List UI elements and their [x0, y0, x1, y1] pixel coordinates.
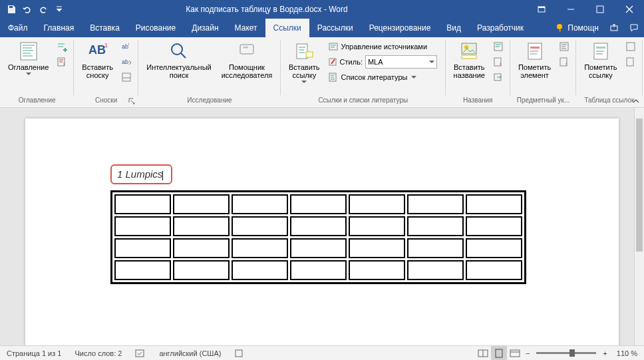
ribbon-tabs: Файл Главная Вставка Рисование Дизайн Ма… [0, 19, 644, 37]
toc-button[interactable]: Оглавление [4, 39, 53, 77]
svg-rect-36 [627, 43, 635, 51]
svg-rect-39 [236, 350, 242, 357]
update-toc-button[interactable]: ! [54, 55, 70, 69]
table-caption[interactable]: 1 Lumpics [110, 164, 172, 184]
svg-text:AB: AB [88, 43, 106, 57]
window-title: Как подписать таблицу в Ворде.docx - Wor… [67, 5, 467, 14]
tab-design[interactable]: Дизайн [184, 19, 226, 37]
group-toc: Оглавление ! Оглавление [0, 37, 74, 107]
zoom-out-button[interactable]: − [523, 346, 532, 361]
insert-endnote-button[interactable]: abi [118, 39, 134, 54]
style-selector[interactable]: Стиль:MLA [325, 55, 442, 69]
read-mode-button[interactable] [475, 346, 491, 361]
tab-references[interactable]: Ссылки [265, 19, 309, 37]
close-button[interactable] [615, 0, 644, 19]
show-notes-button[interactable] [118, 70, 134, 85]
cross-reference-button[interactable] [490, 70, 506, 85]
accessibility-button[interactable] [228, 346, 250, 361]
svg-rect-1 [538, 7, 545, 8]
document-area[interactable]: 1 Lumpics [0, 108, 634, 345]
tab-layout[interactable]: Макет [227, 19, 265, 37]
svg-rect-22 [462, 43, 476, 54]
tab-review[interactable]: Рецензирование [361, 19, 439, 37]
manage-sources-button[interactable]: Управление источниками [325, 39, 442, 54]
update-index-button[interactable]: ! [556, 55, 572, 69]
comments-button[interactable] [624, 19, 644, 37]
update-toa-button[interactable] [623, 55, 639, 69]
tab-draw[interactable]: Рисование [128, 19, 184, 37]
scrollbar-thumb[interactable] [636, 118, 643, 252]
tab-insert[interactable]: Вставка [82, 19, 128, 37]
window-controls [527, 0, 644, 19]
mark-entry-button[interactable]: Пометить элемент [514, 39, 555, 81]
insert-citation-button[interactable]: Вставить ссылку [285, 39, 324, 85]
svg-rect-2 [597, 6, 603, 13]
tell-me-button[interactable]: Помощн [550, 23, 604, 33]
save-button[interactable] [4, 2, 19, 17]
svg-rect-18 [306, 52, 313, 57]
update-table-button[interactable]: ! [490, 55, 506, 69]
language-indicator[interactable]: английский (США) [152, 346, 228, 361]
collapse-ribbon-button[interactable] [632, 97, 640, 105]
vertical-scrollbar[interactable] [634, 108, 644, 345]
redo-button[interactable] [36, 2, 51, 17]
svg-text:ab: ab [122, 43, 128, 50]
zoom-slider[interactable] [536, 352, 596, 354]
insert-footnote-button[interactable]: AB1 Вставить сноску [78, 39, 117, 81]
chevron-down-icon [26, 73, 31, 75]
svg-rect-41 [496, 349, 502, 357]
svg-rect-24 [462, 55, 476, 59]
word-count[interactable]: Число слов: 2 [68, 346, 128, 361]
zoom-thumb[interactable] [569, 349, 575, 357]
svg-text:1: 1 [104, 42, 108, 49]
mark-entry-icon [524, 41, 546, 62]
chevron-down-icon [301, 81, 307, 83]
tab-home[interactable]: Главная [36, 19, 82, 37]
insert-index-button[interactable] [556, 39, 572, 54]
svg-rect-19 [329, 43, 337, 50]
tab-developer[interactable]: Разработчик [469, 19, 532, 37]
group-index: Пометить элемент ! Предметный ук... [510, 37, 576, 107]
status-bar: Страница 1 из 1 Число слов: 2 английский… [0, 345, 644, 360]
next-footnote-button[interactable]: ab [118, 55, 134, 69]
researcher-icon: "" [236, 41, 257, 62]
text-cursor [162, 171, 163, 180]
svg-text:ab: ab [122, 59, 128, 65]
mark-citation-button[interactable]: Пометить ссылку [580, 39, 621, 81]
minimize-button[interactable] [556, 0, 585, 19]
tab-mailings[interactable]: Рассылки [309, 19, 361, 37]
web-layout-button[interactable] [507, 346, 523, 361]
researcher-button[interactable]: "" Помощник исследователя [217, 39, 277, 81]
svg-text:!: ! [500, 61, 501, 67]
spellcheck-button[interactable] [128, 346, 152, 361]
share-button[interactable] [604, 19, 624, 37]
insert-table-figures-button[interactable] [490, 39, 506, 54]
svg-rect-37 [627, 58, 633, 66]
document-table[interactable] [110, 190, 526, 284]
tab-file[interactable]: Файл [0, 19, 36, 37]
tab-view[interactable]: Вид [438, 19, 469, 37]
svg-rect-35 [596, 47, 605, 49]
zoom-in-button[interactable]: + [600, 346, 609, 361]
footnotes-launcher[interactable] [128, 98, 136, 106]
undo-button[interactable] [20, 2, 35, 17]
maximize-button[interactable] [585, 0, 615, 19]
citation-icon [293, 41, 315, 62]
insert-toa-button[interactable] [623, 39, 639, 54]
add-text-button[interactable] [54, 39, 70, 54]
group-research: Интеллектуальный поиск "" Помощник иссле… [138, 37, 281, 107]
ribbon-display-options[interactable] [527, 0, 556, 19]
page[interactable]: 1 Lumpics [25, 118, 619, 345]
svg-rect-42 [510, 350, 520, 357]
svg-point-23 [464, 45, 468, 49]
svg-rect-30 [530, 47, 540, 49]
print-layout-button[interactable] [491, 346, 507, 361]
insert-caption-button[interactable]: Вставить название [450, 39, 489, 81]
caption-icon [458, 41, 480, 62]
zoom-level[interactable]: 110 % [610, 346, 644, 361]
quick-access-toolbar [0, 2, 67, 17]
bibliography-button[interactable]: Список литературы [325, 70, 442, 85]
smart-lookup-button[interactable]: Интеллектуальный поиск [142, 39, 216, 81]
qat-customize-button[interactable] [52, 2, 67, 17]
page-indicator[interactable]: Страница 1 из 1 [0, 346, 68, 361]
